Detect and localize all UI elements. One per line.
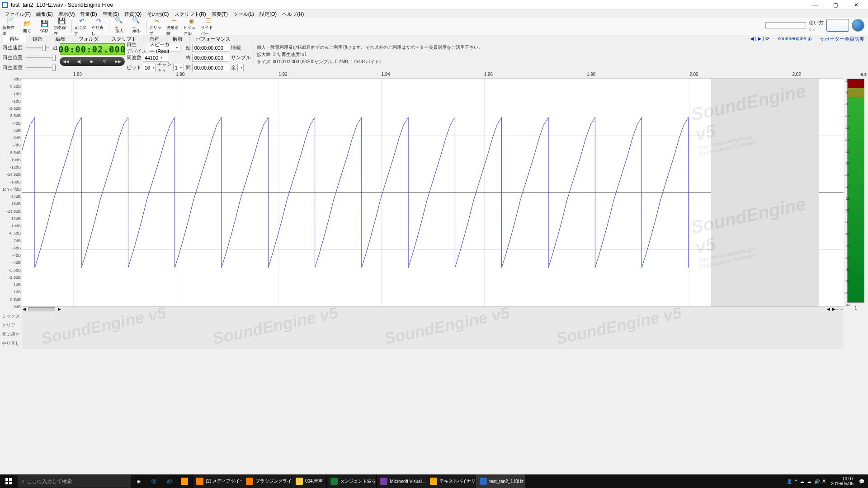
open-button[interactable]: 📂開く (19, 19, 35, 34)
envelope-button[interactable]: 〰波形追跡 (166, 19, 182, 34)
save-button[interactable]: 💾保存 (36, 19, 52, 34)
speed-slider[interactable] (24, 45, 51, 51)
notification-icon[interactable]: 💬 (859, 479, 864, 484)
info-line-3: サイズ: 00:00:02.000 (88200サンプル, 0.2MB, 176… (257, 59, 483, 65)
onedrive-icon[interactable]: ☁ (800, 479, 804, 484)
ime-icon[interactable]: A (822, 479, 826, 484)
undo-button[interactable]: ↶元に戻す (74, 19, 90, 34)
taskbar-clock[interactable]: 10:072019/05/05 (828, 476, 856, 486)
menu-item[interactable]: ヘルプ(H) (279, 10, 307, 19)
gap-label: 間 (186, 64, 191, 71)
speed-value: x1 (52, 45, 58, 51)
app-icon (2, 2, 8, 8)
redo-button[interactable]: ↷やり直し (91, 19, 107, 34)
visual-button[interactable]: ◉ビジュアル (183, 19, 199, 34)
meter-channel: 1 (844, 306, 868, 311)
people-icon[interactable]: 👤 (787, 479, 792, 484)
task-view-button[interactable]: ⊞ (131, 474, 146, 488)
menu-bar: ファイル(F)編集(E)表示(V)音量(D)空間(S)音質(Q)その他(C)スク… (0, 10, 868, 18)
waveform-main[interactable]: 1.881.901.921.941.961.982.002.02 SoundEn… (22, 71, 844, 312)
device-select[interactable]: スピーカー (Realt (148, 44, 180, 52)
channel-select[interactable]: 1 (173, 64, 184, 72)
sidebar-button[interactable]: ☰サイドバー (200, 19, 217, 34)
waveform-area: 0dB0.5dB-1dB-1dB-2.5dB-3.5dB-4dB-4dB-6dB… (0, 71, 868, 312)
maximize-button[interactable]: ▢ (826, 0, 846, 10)
saveas-icon: 💾 (57, 17, 66, 24)
menu-item[interactable]: ツール(L) (231, 10, 257, 19)
zoomout-button[interactable]: 🔍−縮小 (128, 19, 145, 34)
stepback-button[interactable]: ◀| (72, 57, 85, 66)
freq-label: 周波数 (127, 54, 142, 61)
taskbar-item[interactable]: ブラウジングライブラ... (242, 474, 292, 488)
title-bar: test_tan2_110Hz.wav - SoundEngine Free —… (0, 0, 868, 10)
speed-label: 再生速度 (3, 44, 23, 51)
taskbar-item[interactable]: 004.音声 (292, 474, 326, 488)
level-meter-small (765, 22, 806, 28)
position-slider[interactable] (24, 55, 57, 61)
menu-item[interactable]: 設定(O) (257, 10, 279, 19)
start-button[interactable] (0, 474, 17, 488)
tab-1[interactable]: 録音 (26, 35, 49, 43)
db-scale: 0dB0.5dB-1dB-1dB-2.5dB-3.5dB-4dB-4dB-6dB… (0, 79, 22, 306)
start-field[interactable]: 00:00:00.000 (192, 44, 229, 52)
svg-rect-3 (9, 482, 12, 484)
position-label: 再生位置 (3, 54, 23, 61)
open-icon: 📂 (23, 19, 32, 28)
ie-icon[interactable]: ⓔ (146, 474, 161, 488)
h-scrollbar[interactable]: ◀ ▶ ◀ ▶ ＋ − (22, 306, 844, 312)
taskbar-item[interactable]: test_tan2_110Hz... (476, 474, 525, 488)
volume-slider[interactable] (24, 65, 57, 71)
all-select[interactable] (237, 64, 244, 72)
loop-button[interactable]: ↻ (99, 57, 112, 66)
taskbar-search[interactable]: ○ ここに入力して検索 (18, 475, 131, 488)
play-button[interactable]: ▶ (85, 57, 99, 66)
clip-button[interactable]: ✂クリップ (149, 19, 165, 34)
scroll-left-icon[interactable]: ◀ (23, 307, 26, 311)
gap-field[interactable]: 00:00:00.000 (192, 64, 229, 72)
post-audio-zone: SoundEngine v5 http://soundengine.jp/ Co… (711, 79, 819, 306)
fastfwd-button[interactable]: ▶▶ (112, 57, 125, 66)
taskbar-item[interactable]: タンジェント波をつく... (326, 474, 376, 488)
level-meter: -9.5 -3-6-9-12-15-18-21-24-27-30-33-36-3… (844, 71, 868, 312)
transport-bar: ◀◀ ◀| ▶ ↻ ▶▶ (60, 57, 125, 66)
info-label: 情報 (231, 44, 241, 51)
search-icon: ○ (21, 479, 24, 484)
tray-up-icon[interactable]: ˄ (795, 479, 797, 484)
sublime-icon[interactable] (177, 474, 192, 488)
clip-icon: ✂ (152, 17, 161, 24)
all-label: 全 (231, 64, 236, 71)
end-field[interactable]: 00:00:00.000 (192, 54, 229, 62)
undo-icon: ↶ (77, 17, 86, 24)
volume-icon[interactable]: 🔊 (814, 479, 820, 484)
close-button[interactable]: ✕ (846, 0, 866, 10)
mix-action[interactable]: ミックス (0, 312, 22, 321)
saveas-button[interactable]: 💾別名保存 (53, 19, 70, 34)
svg-rect-2 (5, 482, 8, 484)
rewind-button[interactable]: ◀◀ (60, 57, 73, 66)
device-label: 再生 デバイス (127, 41, 146, 55)
mix-action[interactable]: 元に戻す (0, 330, 22, 339)
zoomin-button[interactable]: 🔍+拡大 (111, 19, 127, 34)
system-tray[interactable]: 👤 ˄ ☁ ☁ 🔊 A 10:072019/05/05 💬 (783, 476, 868, 486)
minimize-button[interactable]: — (805, 0, 826, 10)
taskbar-item[interactable]: Microsoft Visual ... (376, 474, 426, 488)
edge-icon[interactable]: ⓔ (161, 474, 177, 488)
link-support[interactable]: サポーター会員制度 (819, 36, 865, 42)
globe-icon[interactable] (852, 19, 864, 32)
new-button[interactable]: 📄新規作成 (2, 19, 18, 34)
taskbar: ○ ここに入力して検索 ⊞ ⓔ ⓔ (2) メディアツイート: ...ブラウジン… (0, 474, 868, 488)
mix-action[interactable]: クリア (0, 321, 22, 330)
scroll-right-icon[interactable]: ▶ (58, 307, 61, 311)
nav-arrows[interactable]: ◀ | ▶ | ⟳ (749, 36, 770, 42)
usage-button[interactable] (826, 19, 849, 32)
menu-item[interactable]: 編集(E) (33, 10, 56, 19)
time-ruler: 1.881.901.921.941.961.982.002.02 (22, 71, 844, 79)
redo-icon: ↷ (94, 17, 104, 24)
taskbar-item[interactable]: (2) メディアツイート: ... (192, 474, 242, 488)
network-icon[interactable]: ☁ (807, 479, 811, 484)
zoomin-icon: 🔍+ (115, 19, 124, 28)
mix-action[interactable]: やり直し (0, 339, 22, 348)
bit-select[interactable]: 16 (143, 64, 156, 72)
taskbar-item[interactable]: テキストバイナリコン... (426, 474, 476, 488)
link-site[interactable]: soundengine.jp (777, 36, 812, 42)
